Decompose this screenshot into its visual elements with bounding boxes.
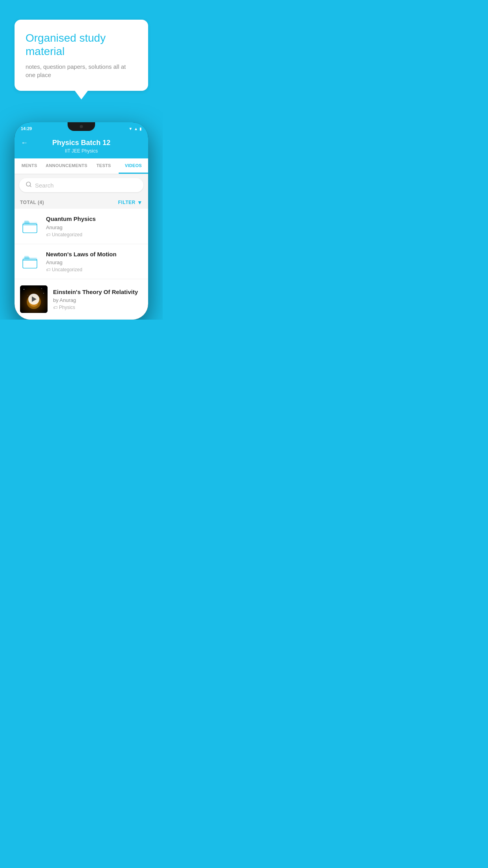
status-time: 14:29 (21, 126, 32, 131)
top-section: Organised study material notes, question… (0, 0, 163, 103)
svg-rect-9 (24, 256, 29, 258)
svg-point-13 (24, 289, 24, 290)
wifi-icon: ▼ (128, 127, 132, 131)
list-item[interactable]: Einstein's Theory Of Relativity by Anura… (15, 279, 148, 320)
video-author: Anurag (46, 259, 143, 265)
tag-icon: 🏷 (46, 267, 50, 272)
folder-icon-wrap (20, 251, 40, 272)
camera-dot (80, 125, 83, 128)
tag-icon: 🏷 (53, 305, 57, 310)
video-title: Einstein's Theory Of Relativity (53, 288, 143, 296)
phone-notch (68, 122, 95, 131)
search-icon (26, 181, 32, 189)
folder-icon (22, 254, 39, 269)
page-title: Physics Batch 12 (52, 139, 110, 147)
video-author: Anurag (46, 224, 143, 230)
filter-row: TOTAL (4) FILTER ▼ (15, 196, 148, 209)
filter-button[interactable]: FILTER ▼ (118, 199, 143, 206)
video-list: Quantum Physics Anurag 🏷 Uncategorized (15, 209, 148, 320)
video-info: Einstein's Theory Of Relativity by Anura… (53, 288, 143, 311)
tabs-bar: MENTS ANNOUNCEMENTS TESTS VIDEOS (15, 158, 148, 174)
phone-frame: 14:29 ▼ ▲ ▮ ← Physics Batch 12 IIT JEE P… (15, 122, 148, 320)
tag-icon: 🏷 (46, 232, 50, 237)
folder-icon-wrap (20, 216, 40, 236)
header-top: ← Physics Batch 12 (21, 139, 142, 147)
back-button[interactable]: ← (21, 139, 28, 147)
tab-ments[interactable]: MENTS (15, 158, 44, 174)
video-thumbnail (20, 285, 48, 313)
play-button[interactable] (28, 294, 39, 305)
filter-icon: ▼ (137, 199, 143, 206)
video-title: Newton's Laws of Motion (46, 250, 143, 258)
svg-rect-5 (24, 221, 29, 223)
total-count: TOTAL (4) (20, 200, 44, 205)
video-info: Newton's Laws of Motion Anurag 🏷 Uncateg… (46, 250, 143, 273)
svg-point-14 (41, 288, 42, 289)
play-triangle-icon (32, 296, 37, 302)
folder-icon (22, 219, 39, 234)
status-bar: 14:29 ▼ ▲ ▮ (15, 122, 148, 135)
tag-label: Uncategorized (52, 232, 82, 237)
video-tag: 🏷 Uncategorized (46, 267, 143, 272)
svg-point-16 (43, 293, 44, 294)
phone-area: 14:29 ▼ ▲ ▮ ← Physics Batch 12 IIT JEE P… (0, 103, 163, 320)
tag-label: Uncategorized (52, 267, 82, 272)
search-input-wrap[interactable]: Search (19, 178, 143, 192)
bubble-subtitle: notes, question papers, solutions all at… (26, 63, 137, 79)
video-tag: 🏷 Uncategorized (46, 232, 143, 237)
signal-icon: ▲ (134, 127, 138, 131)
bubble-title: Organised study material (26, 31, 137, 58)
battery-icon: ▮ (139, 127, 142, 131)
header-subtitle: IIT JEE Physics (65, 148, 98, 154)
tab-videos[interactable]: VIDEOS (119, 158, 148, 174)
video-title: Quantum Physics (46, 215, 143, 223)
video-tag: 🏷 Physics (53, 305, 143, 310)
tab-announcements[interactable]: ANNOUNCEMENTS (44, 158, 89, 174)
status-icons: ▼ ▲ ▮ (128, 127, 142, 131)
app-header: ← Physics Batch 12 IIT JEE Physics (15, 135, 148, 158)
svg-point-15 (28, 295, 28, 296)
video-author: by Anurag (53, 297, 143, 303)
svg-line-1 (30, 186, 31, 187)
speech-bubble: Organised study material notes, question… (15, 20, 148, 91)
tag-label: Physics (59, 305, 75, 310)
video-info: Quantum Physics Anurag 🏷 Uncategorized (46, 215, 143, 237)
search-placeholder: Search (35, 182, 54, 189)
tab-tests[interactable]: TESTS (89, 158, 118, 174)
search-area: Search (15, 174, 148, 196)
list-item[interactable]: Newton's Laws of Motion Anurag 🏷 Uncateg… (15, 244, 148, 280)
filter-label: FILTER (118, 200, 136, 205)
list-item[interactable]: Quantum Physics Anurag 🏷 Uncategorized (15, 209, 148, 244)
